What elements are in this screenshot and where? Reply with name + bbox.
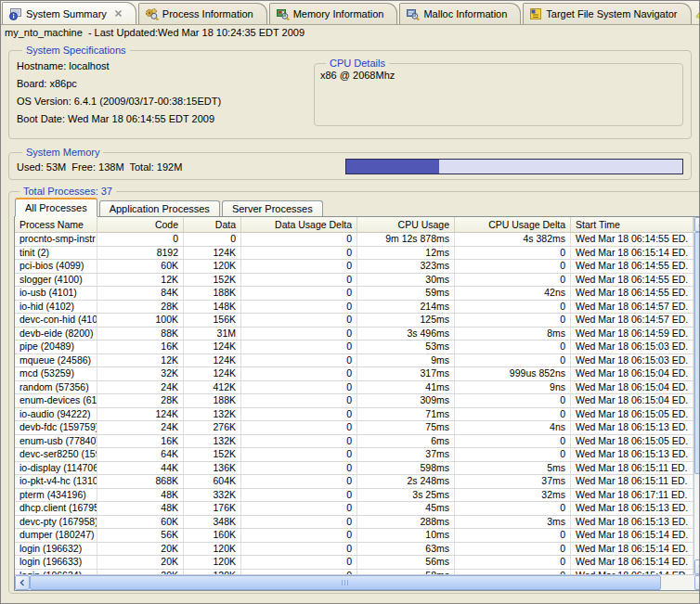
system-specifications-group: System Specifications Hostname: localhos…: [8, 45, 692, 139]
table-cell: io-audio (94222): [15, 408, 97, 421]
table-row[interactable]: dumper (180247)56K160K010ms0Wed Mar 18 0…: [15, 529, 694, 543]
table-cell: 0: [241, 556, 357, 569]
table-row[interactable]: io-audio (94222)124K132K071ms0Wed Mar 18…: [15, 408, 694, 422]
table-cell: 0: [241, 367, 357, 380]
tab-server-processes[interactable]: Server Processes: [222, 200, 323, 216]
table-cell: 0: [455, 260, 571, 273]
table-cell: dumper (180247): [15, 529, 97, 542]
table-cell: Wed Mar 18 06:15:13 ED.: [571, 502, 694, 515]
table-cell: 598ms: [357, 462, 455, 475]
table-cell: 0: [241, 529, 357, 542]
table-row[interactable]: io-display (114706)44K136K0598ms5msWed M…: [15, 462, 694, 476]
table-cell: login (196633): [15, 556, 97, 569]
tab-target-file-system-navigator[interactable]: Target File System Navigator: [523, 3, 691, 24]
table-row[interactable]: io-hid (4102)28K148K0214ms0Wed Mar 18 06…: [15, 301, 694, 315]
tab-malloc-information[interactable]: Malloc Information: [399, 3, 521, 24]
table-row[interactable]: random (57356)24K412K041ms9nsWed Mar 18 …: [15, 381, 694, 395]
vertical-scroll-track[interactable]: [694, 232, 700, 559]
table-cell: 0: [455, 502, 571, 515]
table-cell: 60K: [97, 260, 184, 273]
table-cell: 32ms: [455, 489, 571, 502]
tab-application-processes[interactable]: Application Processes: [99, 200, 220, 216]
column-header-data[interactable]: Data: [184, 217, 241, 232]
table-row[interactable]: mqueue (24586)12K124K09ms0Wed Mar 18 06:…: [15, 354, 694, 368]
table-cell: 317ms: [357, 367, 455, 380]
table-cell: 32K: [97, 367, 184, 380]
table-row[interactable]: slogger (4100)12K152K030ms0Wed Mar 18 06…: [15, 274, 694, 288]
scroll-down-button[interactable]: [694, 559, 700, 574]
table-cell: Wed Mar 18 06:14:59 ED.: [571, 328, 694, 341]
table-cell: 3s 496ms: [357, 328, 455, 341]
vertical-scrollbar[interactable]: [694, 217, 700, 574]
table-row[interactable]: devc-con-hid (4103)100K156K0125ms0Wed Ma…: [15, 314, 694, 328]
column-header-cpu-usage-delta[interactable]: CPU Usage Delta: [455, 217, 571, 232]
table-row[interactable]: devc-ser8250 (159761)64K152K037ms0Wed Ma…: [15, 448, 694, 462]
cpu-details-group: CPU Details x86 @ 2068Mhz: [314, 58, 683, 126]
column-header-code[interactable]: Code: [97, 217, 184, 232]
table-cell: 188K: [184, 287, 241, 300]
table-row[interactable]: mcd (53259)32K124K0317ms999us 852nsWed M…: [15, 367, 694, 381]
process-table-panel: Process Name Code Data Data Usage Delta …: [14, 216, 700, 591]
table-row[interactable]: procnto-smp-instr (1)0009m 12s 878ms4s 3…: [15, 233, 694, 247]
table-row[interactable]: login (196632)20K120K063ms0Wed Mar 18 06…: [15, 543, 694, 557]
table-cell: 30ms: [357, 274, 455, 287]
tab-process-information[interactable]: Process Information: [138, 3, 267, 24]
table-cell: Wed Mar 18 06:14:55 ED.: [571, 287, 694, 300]
horizontal-scroll-track[interactable]: [30, 575, 694, 590]
scroll-left-button[interactable]: [15, 575, 30, 590]
scroll-right-button[interactable]: [694, 575, 700, 590]
cpu-details-value: x86 @ 2068Mhz: [320, 69, 677, 82]
table-cell: Wed Mar 18 06:15:14 ED.: [571, 247, 694, 260]
horizontal-scrollbar[interactable]: [15, 574, 700, 590]
table-cell: mqueue (24586): [15, 354, 97, 367]
table-cell: login (196632): [15, 543, 97, 556]
scroll-up-button[interactable]: [694, 217, 700, 232]
table-row[interactable]: enum-usb (77840)16K132K06ms0Wed Mar 18 0…: [15, 435, 694, 449]
close-icon[interactable]: [114, 9, 123, 18]
table-cell: 124K: [97, 408, 184, 421]
table-cell: 60K: [97, 516, 184, 529]
highlighter-icon[interactable]: [694, 5, 700, 19]
memory-information-icon: [276, 7, 290, 20]
table-cell: 48K: [97, 502, 184, 515]
table-row[interactable]: enum-devices (61453)28K188K0309ms0Wed Ma…: [15, 394, 694, 408]
table-cell: Wed Mar 18 06:14:55 ED.: [571, 260, 694, 273]
malloc-information-icon: [406, 7, 420, 20]
column-header-process-name[interactable]: Process Name: [15, 217, 97, 232]
column-header-start-time[interactable]: Start Time: [571, 217, 694, 232]
table-cell: 0: [455, 341, 571, 353]
table-cell: 148K: [184, 301, 241, 314]
tab-label: Process Information: [162, 8, 253, 19]
table-row[interactable]: pipe (20489)16K124K053ms0Wed Mar 18 06:1…: [15, 341, 694, 354]
tab-system-summary[interactable]: System Summary: [2, 2, 136, 24]
tab-label: System Summary: [26, 8, 107, 19]
table-cell: 0: [241, 341, 357, 353]
table-cell: 8ms: [455, 328, 571, 341]
table-row[interactable]: pci-bios (4099)60K120K0323ms0Wed Mar 18 …: [15, 260, 694, 274]
table-cell: 84K: [97, 287, 184, 300]
horizontal-scroll-thumb[interactable]: [30, 575, 661, 590]
table-row[interactable]: io-usb (4101)84K188K059ms42nsWed Mar 18 …: [15, 287, 694, 301]
table-row[interactable]: tinit (2)8192124K012ms0Wed Mar 18 06:15:…: [15, 247, 694, 261]
table-row[interactable]: devb-fdc (159759)24K276K075ms4nsWed Mar …: [15, 421, 694, 435]
table-cell: 0: [241, 448, 357, 461]
table-row[interactable]: dhcp.client (167957)48K176K045ms0Wed Mar…: [15, 502, 694, 516]
table-row[interactable]: pterm (434196)48K332K03s 25ms32msWed Mar…: [15, 489, 694, 503]
table-cell: 0: [455, 394, 571, 407]
table-row[interactable]: io-pkt-v4-hc (131091)868K604K02s 248ms37…: [15, 475, 694, 489]
table-row[interactable]: devb-eide (8200)88K31M03s 496ms8msWed Ma…: [15, 328, 694, 341]
table-cell: 3s 25ms: [357, 489, 455, 502]
table-cell: io-pkt-v4-hc (131091): [15, 475, 97, 488]
table-cell: Wed Mar 18 06:15:05 ED.: [571, 408, 694, 421]
tab-all-processes[interactable]: All Processes: [15, 198, 97, 217]
column-header-cpu-usage[interactable]: CPU Usage: [357, 217, 455, 232]
table-row[interactable]: devc-pty (167958)60K348K0288ms3msWed Mar…: [15, 516, 694, 530]
table-cell: 16K: [97, 341, 184, 353]
column-header-data-usage-delta[interactable]: Data Usage Delta: [241, 217, 357, 232]
vertical-scroll-thumb[interactable]: [694, 232, 700, 474]
table-cell: 2s 248ms: [357, 475, 455, 488]
table-row[interactable]: login (196633)20K120K056ms0Wed Mar 18 06…: [15, 556, 694, 570]
tab-memory-information[interactable]: Memory Information: [269, 3, 398, 24]
table-cell: 0: [241, 543, 357, 556]
table-cell: 31M: [184, 328, 241, 341]
